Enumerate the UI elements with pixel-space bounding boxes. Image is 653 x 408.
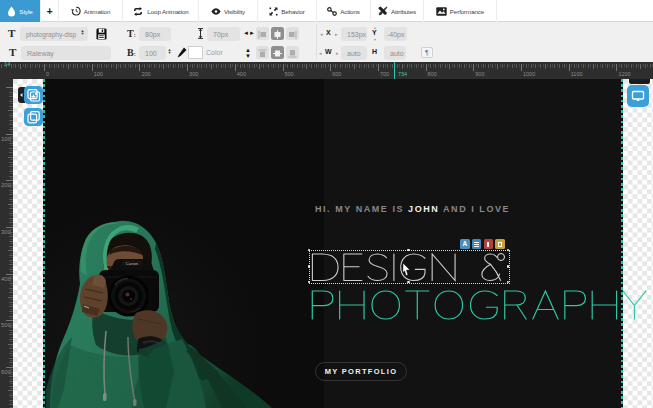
svg-text:Canon: Canon [126,261,139,266]
